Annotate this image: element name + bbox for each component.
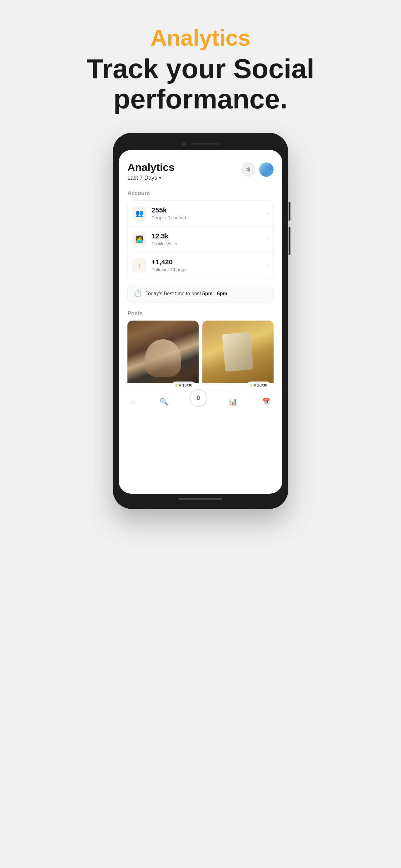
calendar-icon: 📅: [262, 398, 270, 406]
post-rank-1: # 15/30: [179, 383, 192, 388]
stat-value-profile: 12.3k: [152, 232, 267, 240]
camera-dot: [182, 142, 186, 146]
post-image-2: [202, 320, 274, 383]
best-time-banner: 🕐 Today's Best time to post 5pm - 6pm: [127, 285, 274, 303]
post-badge-1: # # 15/30: [172, 381, 196, 389]
gear-icon: ⚙: [246, 166, 251, 173]
profile-icon: 🧑‍💻: [135, 235, 144, 243]
subtitle-line1: Track your Social: [87, 53, 314, 84]
nav-calendar[interactable]: 📅: [259, 397, 273, 407]
stat-desc-profile: Profile Visits: [152, 241, 267, 246]
post-card-1[interactable]: # # 15/30: [127, 320, 199, 392]
screen-header: Analytics Last 7 Days ▾ ⚙: [127, 161, 274, 181]
stat-list: 👥 255k People Reached › 🧑‍💻 12.3k: [127, 200, 274, 278]
bottom-nav: ⌂ 🔍 0 📊 📅: [119, 392, 282, 413]
post-card-2[interactable]: # # 20/30: [202, 320, 274, 392]
follower-change-icon: ↕: [138, 261, 141, 269]
screen-title: Analytics: [127, 161, 175, 174]
stat-value-people: 255k: [152, 206, 267, 214]
stat-profile-visits[interactable]: 🧑‍💻 12.3k Profile Visits ›: [128, 226, 273, 252]
hero-subtitle: Track your Social performance.: [87, 54, 314, 114]
posts-section: Posts # # 15/30 #: [127, 310, 274, 392]
stat-icon-bg-follower: ↕: [132, 258, 146, 273]
best-time-prefix: Today's Best time to post: [145, 291, 202, 296]
search-icon: 🔍: [160, 398, 168, 406]
nav-home[interactable]: ⌂: [128, 397, 138, 407]
home-icon: ⌂: [131, 398, 135, 406]
settings-button[interactable]: ⚙: [241, 162, 256, 177]
stat-value-follower: +1,420: [152, 258, 267, 266]
post-badge-2: # # 20/30: [247, 381, 270, 389]
phone-mockup: Analytics Last 7 Days ▾ ⚙ Account: [113, 133, 288, 509]
best-time-text: Today's Best time to post 5pm - 6pm: [145, 291, 227, 297]
hash-icon-2: #: [250, 383, 252, 388]
chevron-right-icon-people: ›: [267, 211, 269, 216]
speaker-bar: [191, 143, 219, 145]
nav-analytics[interactable]: 📊: [226, 397, 240, 407]
period-label: Last 7 Days: [127, 175, 157, 181]
phone-top-bar: [119, 142, 282, 146]
header-icons: ⚙: [241, 162, 274, 177]
stat-info-people: 255k People Reached: [152, 206, 267, 220]
phone-bottom-bar: [119, 498, 282, 500]
chevron-right-icon-follower: ›: [267, 262, 269, 268]
posts-section-label: Posts: [127, 310, 274, 317]
phone-screen: Analytics Last 7 Days ▾ ⚙ Account: [119, 150, 282, 494]
analytics-icon: 📊: [229, 398, 237, 406]
subtitle-line2: performance.: [113, 84, 288, 114]
power-button: [289, 202, 291, 221]
volume-button: [289, 227, 291, 255]
nav-search[interactable]: 🔍: [157, 397, 171, 407]
stat-people-reached[interactable]: 👥 255k People Reached ›: [128, 200, 273, 226]
stat-icon-bg-profile: 🧑‍💻: [132, 232, 146, 247]
title-group: Analytics Last 7 Days ▾: [127, 161, 175, 181]
screen-content: Analytics Last 7 Days ▾ ⚙ Account: [119, 150, 282, 392]
best-time-value: 5pm - 6pm: [202, 291, 227, 296]
chevron-down-icon: ▾: [159, 175, 161, 180]
stat-desc-people: People Reached: [152, 215, 267, 220]
stat-follower-change[interactable]: ↕ +1,420 Follower Change ›: [128, 252, 273, 278]
hash-icon-1: #: [175, 383, 177, 388]
clock-icon: 🕐: [134, 290, 142, 298]
hero-section: Analytics Track your Social performance.: [87, 25, 314, 114]
posts-grid: # # 15/30 # # 20/30: [127, 320, 274, 392]
people-icon: 👥: [135, 209, 144, 217]
hero-analytics-label: Analytics: [87, 25, 314, 51]
post-image-1: [127, 320, 199, 383]
period-selector[interactable]: Last 7 Days ▾: [127, 175, 175, 181]
home-indicator: [179, 498, 222, 500]
nav-create-button[interactable]: 0: [189, 389, 207, 407]
stat-desc-follower: Follower Change: [152, 267, 267, 272]
post-rank-2: # 20/30: [254, 383, 267, 388]
avatar[interactable]: [259, 162, 274, 177]
stat-info-follower: +1,420 Follower Change: [152, 258, 267, 272]
nav-center-value: 0: [197, 394, 200, 402]
stat-icon-bg-people: 👥: [132, 206, 146, 221]
stat-info-profile: 12.3k Profile Visits: [152, 232, 267, 246]
account-section-label: Account: [127, 190, 274, 196]
chevron-right-icon-profile: ›: [267, 237, 269, 242]
